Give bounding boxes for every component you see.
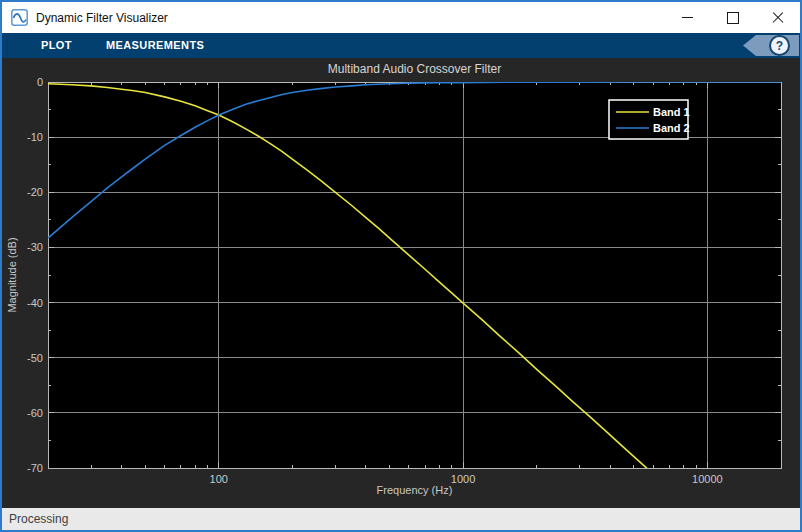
help-button[interactable]: ?	[743, 35, 799, 56]
svg-text:-60: -60	[27, 407, 43, 419]
maximize-icon	[727, 12, 739, 24]
svg-text:10000: 10000	[692, 473, 723, 485]
tab-measurements[interactable]: MEASUREMENTS	[89, 33, 221, 58]
svg-text:1000: 1000	[451, 473, 475, 485]
svg-text:Band 2: Band 2	[653, 122, 690, 134]
minimize-icon	[682, 17, 693, 18]
minimize-button[interactable]	[665, 2, 710, 33]
tab-plot[interactable]: PLOT	[24, 33, 89, 58]
svg-text:-30: -30	[27, 241, 43, 253]
sine-wave-icon	[11, 9, 28, 26]
titlebar: Dynamic Filter Visualizer	[2, 2, 800, 33]
window-title: Dynamic Filter Visualizer	[36, 11, 168, 25]
svg-text:Multiband Audio Crossover Filt: Multiband Audio Crossover Filter	[328, 62, 501, 76]
maximize-button[interactable]	[710, 2, 755, 33]
svg-text:100: 100	[210, 473, 228, 485]
svg-text:-70: -70	[27, 462, 43, 474]
status-text: Processing	[9, 512, 68, 526]
svg-text:0: 0	[37, 76, 43, 88]
toolstrip: PLOT MEASUREMENTS ?	[2, 33, 800, 58]
svg-text:Magnitude (dB): Magnitude (dB)	[6, 237, 18, 312]
svg-text:-10: -10	[27, 131, 43, 143]
close-icon	[772, 12, 784, 24]
plot-canvas[interactable]: 1001000100000-10-20-30-40-50-60-70Multib…	[2, 58, 802, 508]
svg-text:Band 1: Band 1	[653, 106, 690, 118]
window-controls	[665, 2, 800, 33]
close-button[interactable]	[755, 2, 800, 33]
status-bar: Processing	[2, 508, 800, 530]
svg-text:Frequency (Hz): Frequency (Hz)	[377, 484, 453, 496]
dynamic-filter-visualizer-window: Dynamic Filter Visualizer PLOT MEASUREME…	[0, 0, 802, 532]
question-mark-icon: ?	[769, 35, 790, 56]
figure-area: 1001000100000-10-20-30-40-50-60-70Multib…	[2, 58, 800, 508]
svg-text:-20: -20	[27, 186, 43, 198]
svg-text:-50: -50	[27, 352, 43, 364]
svg-text:-40: -40	[27, 297, 43, 309]
